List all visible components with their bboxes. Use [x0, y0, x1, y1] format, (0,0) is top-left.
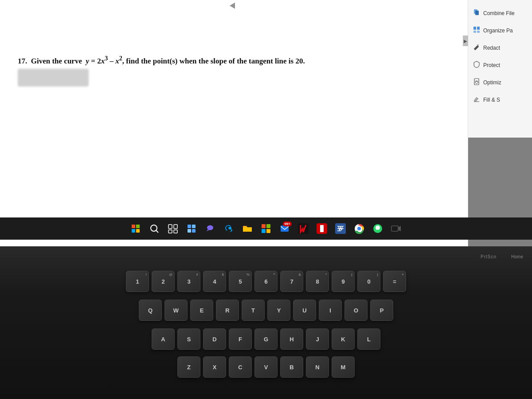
redact-label: Redact — [483, 45, 500, 51]
fill-sign-button[interactable]: Fill & S — [468, 91, 532, 108]
key-i[interactable]: I — [319, 300, 342, 321]
key-excl-1[interactable]: !1 — [126, 271, 149, 292]
svg-rect-22 — [266, 229, 270, 233]
keyboard-area: PrtScn Home !1 @2 #3 $4 %5 ^6 &7 *8 (9 )… — [0, 246, 532, 399]
key-r[interactable]: R — [216, 300, 239, 321]
taskbar: 99+ W — [0, 217, 532, 240]
svg-rect-15 — [192, 225, 196, 228]
key-p[interactable]: P — [370, 300, 393, 321]
svg-rect-13 — [174, 230, 177, 233]
camera-button[interactable] — [388, 221, 404, 237]
key-row-number: !1 @2 #3 $4 %5 ^6 &7 *8 (9 )0 += — [0, 271, 532, 292]
organize-pages-label: Organize Pa — [483, 28, 513, 34]
key-w[interactable]: W — [164, 300, 188, 321]
file-explorer-button[interactable] — [239, 221, 255, 237]
svg-rect-26 — [320, 225, 324, 232]
svg-rect-5 — [477, 31, 480, 33]
redact-button[interactable]: Redact — [468, 39, 532, 56]
svg-rect-19 — [262, 224, 266, 228]
svg-rect-16 — [188, 229, 191, 233]
protect-icon — [473, 61, 481, 69]
app1-button[interactable] — [314, 221, 330, 237]
search-taskbar-button[interactable] — [146, 221, 162, 237]
problem-number: 17. Given the curve y = 2x3 – x2, find t… — [18, 57, 305, 65]
key-c[interactable]: C — [229, 356, 252, 378]
document-area: 17. Given the curve y = 2x3 – x2, find t… — [0, 0, 470, 249]
microsoft-edge-button[interactable] — [221, 221, 237, 237]
key-at-2[interactable]: @2 — [152, 271, 175, 292]
windows-start-button[interactable] — [128, 221, 144, 237]
key-o[interactable]: O — [344, 300, 368, 321]
doc-paper: 17. Given the curve y = 2x3 – x2, find t… — [0, 0, 470, 249]
combine-files-button[interactable]: Combine File — [468, 4, 532, 22]
svg-rect-20 — [266, 224, 270, 228]
key-j[interactable]: J — [306, 328, 329, 350]
svg-rect-11 — [174, 225, 177, 229]
key-x[interactable]: X — [203, 356, 226, 378]
redact-icon — [473, 43, 481, 52]
netflix-button[interactable] — [295, 221, 311, 237]
svg-rect-4 — [473, 31, 476, 33]
key-g[interactable]: G — [254, 328, 278, 350]
svg-rect-8 — [476, 81, 477, 82]
optimize-button[interactable]: Optimiz — [468, 74, 532, 91]
panel-collapse-arrow[interactable]: ▶ — [463, 36, 468, 46]
key-a[interactable]: A — [152, 328, 175, 350]
organize-pages-button[interactable]: Organize Pa — [468, 22, 532, 39]
key-d[interactable]: D — [203, 328, 226, 350]
mail-button[interactable]: 99+ — [277, 221, 293, 237]
protect-button[interactable]: Protect — [468, 56, 532, 74]
key-dollar-4[interactable]: $4 — [203, 271, 226, 292]
optimize-icon — [473, 78, 481, 87]
chrome-button[interactable] — [351, 221, 367, 237]
teams-chat-button[interactable] — [202, 221, 218, 237]
home-label: Home — [511, 254, 523, 259]
key-k[interactable]: K — [332, 328, 355, 350]
key-q[interactable]: Q — [139, 300, 162, 321]
key-amp-7[interactable]: &7 — [280, 271, 303, 292]
svg-rect-23 — [281, 225, 289, 232]
key-lparen-9[interactable]: (9 — [332, 271, 355, 292]
svg-rect-17 — [192, 229, 196, 233]
key-n[interactable]: N — [306, 356, 329, 378]
whatsapp-button[interactable] — [370, 221, 386, 237]
svg-rect-1 — [475, 11, 479, 15]
svg-point-9 — [151, 225, 157, 231]
key-z[interactable]: Z — [177, 356, 200, 378]
key-row-zxcv: Z X C V B N M — [0, 356, 532, 378]
widgets-button[interactable] — [184, 221, 200, 237]
key-caret-6[interactable]: ^6 — [254, 271, 278, 292]
key-percent-5[interactable]: %5 — [229, 271, 252, 292]
key-h[interactable]: H — [280, 328, 303, 350]
windows-store-button[interactable] — [258, 221, 274, 237]
key-l[interactable]: L — [357, 328, 380, 350]
optimize-label: Optimiz — [483, 79, 501, 86]
key-t[interactable]: T — [242, 300, 265, 321]
screen: 17. Given the curve y = 2x3 – x2, find t… — [0, 0, 532, 249]
svg-rect-10 — [168, 225, 172, 229]
key-v[interactable]: V — [254, 356, 278, 378]
organize-pages-icon — [473, 26, 481, 35]
svg-rect-21 — [262, 229, 266, 233]
key-b[interactable]: B — [280, 356, 303, 378]
key-u[interactable]: U — [293, 300, 316, 321]
key-star-8[interactable]: *8 — [306, 271, 329, 292]
blurred-content — [18, 69, 89, 87]
key-m[interactable]: M — [332, 356, 355, 378]
word-button[interactable]: W — [332, 221, 348, 237]
key-rparen-0[interactable]: )0 — [357, 271, 380, 292]
combine-files-label: Combine File — [483, 10, 515, 16]
key-f[interactable]: F — [229, 328, 252, 350]
svg-rect-2 — [473, 27, 476, 30]
key-s[interactable]: S — [177, 328, 200, 350]
key-y[interactable]: Y — [267, 300, 290, 321]
key-row-qwerty: Q W E R T Y U I O P — [0, 300, 532, 321]
key-plus-equals[interactable]: += — [383, 271, 406, 292]
key-hash-3[interactable]: #3 — [177, 271, 200, 292]
key-e[interactable]: E — [190, 300, 213, 321]
task-view-button[interactable] — [165, 221, 181, 237]
svg-rect-12 — [168, 230, 172, 233]
protect-label: Protect — [483, 62, 500, 68]
svg-rect-14 — [188, 225, 191, 228]
svg-point-31 — [358, 227, 360, 230]
